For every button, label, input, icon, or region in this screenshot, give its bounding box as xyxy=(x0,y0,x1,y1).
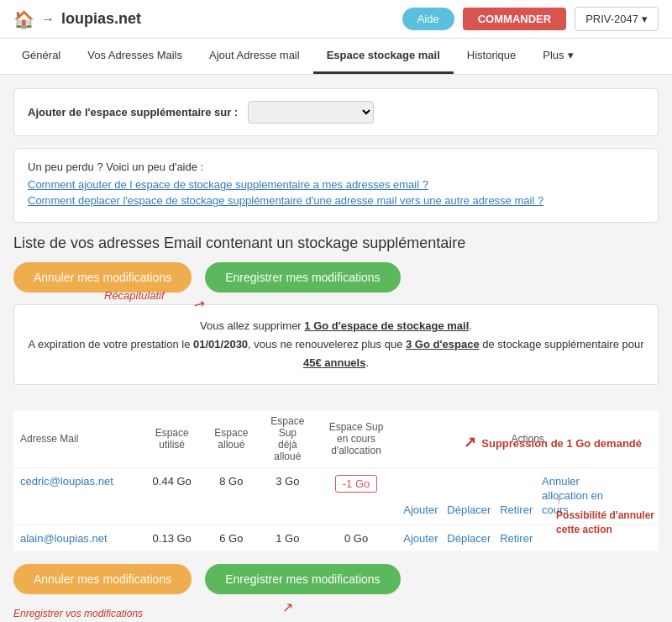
summary-box: Vous allez supprimer 1 Go d'espace de st… xyxy=(13,304,659,385)
save-arrow-icon: ↗ xyxy=(282,599,293,615)
col-sup-alloue: EspaceSupdéjàalloué xyxy=(260,410,316,468)
retirer-link-alain[interactable]: Retirer xyxy=(500,532,533,545)
help-link2[interactable]: Comment deplacer l'espace de stockage su… xyxy=(28,194,644,207)
dropdown-icon: ▾ xyxy=(568,49,574,61)
possibilite-text: Possibilité d'annuler xyxy=(556,509,654,523)
summary-line1-post: . xyxy=(469,319,472,332)
summary-line2-pre: A expiration de votre prestation le xyxy=(28,338,193,351)
suppression-label: Suppression de 1 Go demandé xyxy=(481,437,642,450)
sup-alloue-cedric: 3 Go xyxy=(260,468,316,525)
espace-utilise-cedric: 0.44 Go xyxy=(141,468,203,525)
list-title: Liste de vos adresses Email contenant un… xyxy=(13,235,659,252)
email-link-alain[interactable]: alain@loupias.net xyxy=(20,532,108,545)
summary-line2-post: de stockage supplémentaire pour xyxy=(480,338,644,351)
retirer-link-cedric[interactable]: Retirer xyxy=(500,503,533,516)
help-section: Un peu perdu ? Voici un peu d'aide : Com… xyxy=(13,148,659,223)
commander-button[interactable]: COMMANDER xyxy=(463,8,566,30)
sup-cours-alain: 0 Go xyxy=(316,524,396,551)
tab-plus[interactable]: Plus ▾ xyxy=(529,39,586,74)
col-espace-utilise: Espaceutilisé xyxy=(141,410,203,468)
col-sup-cours: Espace Supen coursd'allocation xyxy=(316,410,396,468)
summary-line3-bold: 45€ annuels xyxy=(303,356,365,369)
deplacer-link-alain[interactable]: Déplacer xyxy=(447,532,491,545)
summary-line2-date: 01/01/2030 xyxy=(193,338,248,351)
tab-historique[interactable]: Historique xyxy=(454,39,530,74)
tab-espace[interactable]: Espace stockage mail xyxy=(313,39,454,74)
ajouter-link-cedric[interactable]: Ajouter xyxy=(403,503,438,516)
top-action-buttons: Annuler mes modifications Enregistrer me… xyxy=(13,262,659,293)
espace-utilise-alain: 0.13 Go xyxy=(141,524,203,551)
add-space-label: Ajouter de l'espace supplémentaire sur : xyxy=(28,106,238,119)
help-intro: Un peu perdu ? Voici un peu d'aide : xyxy=(28,161,644,173)
content-area: Ajouter de l'espace supplémentaire sur :… xyxy=(0,75,672,619)
col-email: Adresse Mail xyxy=(13,410,141,468)
tab-adresses[interactable]: Vos Adresses Mails xyxy=(74,39,196,74)
summary-line1-bold: 1 Go d'espace de stockage mail xyxy=(304,319,469,332)
summary-line3-post: . xyxy=(365,356,369,369)
bottom-action-buttons: Annuler mes modifications Enregistrer me… xyxy=(13,564,659,594)
cancel-modifications-button-top[interactable]: Annuler mes modifications xyxy=(13,262,192,293)
cancel-modifications-button-bottom[interactable]: Annuler mes modifications xyxy=(13,564,192,594)
header-left: 🏠 → loupias.net xyxy=(13,9,141,29)
save-modifications-button-top[interactable]: Enregistrer mes modifications xyxy=(205,262,400,293)
ajouter-link-alain[interactable]: Ajouter xyxy=(403,532,438,545)
header: 🏠 → loupias.net Aide COMMANDER PRIV-2047… xyxy=(0,0,672,39)
plus-label: Plus xyxy=(543,49,564,61)
deplacer-link-cedric[interactable]: Déplacer xyxy=(447,503,491,516)
summary-line1-pre: Vous allez supprimer xyxy=(200,319,304,332)
chevron-down-icon: ▾ xyxy=(642,13,648,25)
tab-ajout[interactable]: Ajout Adresse mail xyxy=(196,39,313,74)
summary-line2-bold: 3 Go d'espace xyxy=(406,338,480,351)
suppression-annotation: ↙ Suppression de 1 Go demandé xyxy=(464,434,642,452)
tab-general[interactable]: Général xyxy=(8,39,74,74)
possibilite-annotation: ↑ Possibilité d'annuler cette action xyxy=(556,494,654,536)
tab-bar: Général Vos Adresses Mails Ajout Adresse… xyxy=(0,39,672,75)
col-espace-alloue: Espacealloué xyxy=(203,410,260,468)
account-button[interactable]: PRIV-2047 ▾ xyxy=(575,7,659,31)
sup-alloue-alain: 1 Go xyxy=(260,524,316,551)
summary-line2-mid: , vous ne renouvelerez plus que xyxy=(248,338,406,351)
recap-label: Récapitulatif xyxy=(104,289,165,302)
home-icon[interactable]: 🏠 xyxy=(13,9,34,29)
header-right: Aide COMMANDER PRIV-2047 ▾ xyxy=(402,7,659,31)
arrow-icon: → xyxy=(41,12,55,27)
espace-alloue-cedric: 8 Go xyxy=(203,468,260,525)
list-section: Liste de vos adresses Email contenant un… xyxy=(13,235,659,594)
email-select[interactable] xyxy=(248,101,374,124)
add-space-section: Ajouter de l'espace supplémentaire sur : xyxy=(13,88,659,136)
domain-label: loupias.net xyxy=(61,10,141,28)
save-modifications-button-bottom[interactable]: Enregistrer mes modifications xyxy=(205,564,400,594)
espace-alloue-alain: 6 Go xyxy=(203,524,260,551)
help-link1[interactable]: Comment ajouter de l espace de stockage … xyxy=(28,178,644,191)
sup-cours-badge-cedric: -1 Go xyxy=(335,475,378,493)
enregistrer-annotation: Enregistrer vos modifications xyxy=(13,608,143,619)
account-label: PRIV-2047 xyxy=(585,13,638,25)
aide-button[interactable]: Aide xyxy=(402,8,454,30)
email-link-cedric[interactable]: cedric@loupias.net xyxy=(20,475,113,488)
possibilite-text2: cette action xyxy=(556,523,654,537)
